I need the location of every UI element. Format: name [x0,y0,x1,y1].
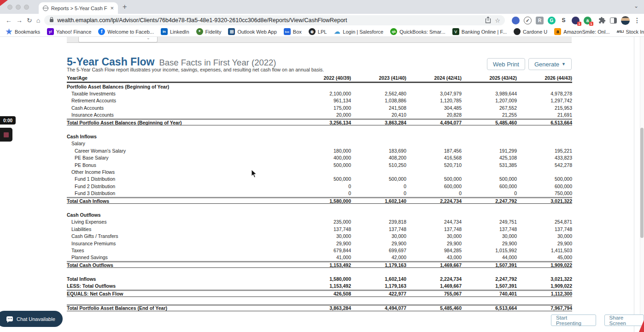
bookmark-item[interactable]: WSJStock Indexes: Cl... [617,28,644,35]
record-stop-button[interactable] [0,128,12,142]
multicolor-extension-icon[interactable]: 1 [572,17,580,24]
bookmarks-star-icon: ★ [6,28,12,35]
window-controls[interactable] [7,5,29,10]
grammarly-extension-icon[interactable]: G [548,17,556,24]
refresh-icon[interactable]: ↻ [27,17,32,24]
window-close-button[interactable] [7,5,12,10]
bookmark-item[interactable]: aAmazonSmile: Onl... [554,28,609,35]
scrollbar-thumb[interactable] [640,128,644,238]
row-value: 1,507,391 [462,262,517,268]
row-value: 0 [296,190,351,196]
row-value: 30,000 [351,233,406,239]
row-value: 4,494,077 [406,120,462,125]
bookmark-item[interactable]: VBanking Online | F... [452,28,507,35]
row-value: 244,734 [406,219,462,225]
roboform-extension-icon[interactable]: R [536,17,544,24]
row-value: 433,823 [517,155,572,160]
row-value: 500,000 [296,176,351,182]
table-column-header: 2026 (44/43) [517,75,572,81]
row-label: Portfolio Asset Balances (Beginning of Y… [67,84,296,89]
chat-bubble-icon [6,316,13,321]
row-value: 961,134 [296,98,351,103]
browser-menu-icon[interactable]: ⋮ [634,17,640,24]
forward-icon[interactable]: → [16,17,23,24]
url-text[interactable]: wealth.emaplan.com/lpl/Advisor/Clients/7… [57,17,481,24]
stop-icon [4,132,9,137]
row-value: 3,256,134 [296,120,351,125]
row-value: 5,485,460 [406,305,462,311]
table-row: Salary [67,140,572,147]
web-print-button[interactable]: Web Print [487,58,525,70]
row-value: 235,000 [296,219,351,225]
window-minimize-button[interactable] [16,5,21,10]
cardone-u-icon [514,28,521,35]
bookmark-item[interactable]: ★Bookmarks [6,28,40,35]
browser-tab-strip: Reports > 5-Year Cash Flow × + ⌄ [0,0,644,14]
bookmark-item[interactable]: inLinkedIn [161,28,189,35]
bookmark-label: LPL [318,29,327,35]
bookmark-item[interactable]: ⊕LPL [309,28,327,35]
bookmark-label: Yahoo! Finance [56,29,91,35]
bookmark-item[interactable]: boxBox [284,28,302,35]
cutoff-dropdown [78,37,158,42]
toolbar-extensions: ✓RGS1a1 [512,17,591,24]
row-label: Other Income Flows [67,169,296,175]
grammarly-extension-icon-glyph: G [548,17,556,24]
lpl-globe-icon: ⊕ [309,28,316,35]
tab-search-chevron-icon[interactable]: ⌄ [634,3,638,9]
window-maximize-button[interactable] [24,5,29,10]
clock-check-extension-icon-glyph: ✓ [524,17,532,24]
cutoff-dropdown-caret-icon: ⌄ [146,36,150,40]
bookmark-item[interactable]: Cardone U [514,28,547,35]
profile-avatar[interactable] [621,16,630,25]
lock-icon [50,19,53,22]
row-value: 29,900 [462,241,517,246]
generate-button[interactable]: Generate▼ [528,58,572,70]
bookmark-item[interactable]: *Fidelity [196,28,222,35]
cashflow-table: Year/Age2022 (40/39)2023 (41/40)2024 (42… [67,75,572,311]
row-value: 241,508 [351,105,406,111]
green-a-extension-icon[interactable]: a1 [584,17,591,24]
bookmark-star-icon[interactable]: ☆ [495,18,500,24]
puzzle-extensions-icon[interactable] [598,17,606,24]
row-value: 3,863,284 [351,120,406,125]
new-tab-button[interactable]: + [123,3,127,11]
row-value: 187,456 [406,148,462,154]
table-column-header: 2022 (40/39) [296,75,351,81]
table-row: PE Base Salary400,000408,200416,568425,1… [67,154,572,161]
bookmark-item[interactable]: ☁Login | Salesforce [334,28,383,35]
side-panel-icon[interactable] [610,18,617,24]
browser-tab[interactable]: Reports > 5-Year Cash Flow × [39,2,118,14]
row-value: 6,513,664 [517,120,572,125]
table-row: Cash Inflows [67,133,572,140]
table-row: Taxes679,844699,697984,2851,015,9921,411… [67,247,572,254]
clock-check-extension-icon[interactable]: ✓ [524,17,532,24]
row-value: 1,179,163 [351,262,406,268]
bookmark-item[interactable]: y!Yahoo! Finance [47,28,91,35]
share-icon[interactable] [485,17,491,24]
row-value: 3,021,322 [517,276,572,282]
row-value: 5,485,460 [462,120,517,125]
row-label: Living Expenses [67,219,296,225]
row-value: 1,580,000 [296,276,351,282]
row-label: PE Base Salary [67,155,296,160]
row-label: Salary [67,141,296,146]
bookmark-item[interactable]: ⊞Outlook Web App [228,28,276,35]
address-bar[interactable]: wealth.emaplan.com/lpl/Advisor/Clients/7… [44,15,505,25]
sphere-extension-icon[interactable] [512,17,520,24]
tab-close-icon[interactable]: × [110,5,114,11]
row-value: 600,000 [517,184,572,189]
start-presenting-button[interactable]: Start Presenting [551,314,596,326]
home-icon[interactable]: ⌂ [36,17,40,24]
row-value: 1,909,022 [517,283,572,289]
back-icon[interactable]: ← [6,17,12,24]
row-value: 500,000 [296,162,351,168]
row-value: 408,200 [351,155,406,160]
bookmark-item[interactable]: fWelcome to Faceb... [98,28,154,35]
share-screen-button[interactable]: Share Screen [604,314,644,326]
row-value: 2,247,792 [462,198,517,204]
fidelity-icon: * [196,28,203,35]
bookmark-item[interactable]: qbQuickBooks: Smar... [390,28,445,35]
s-extension-icon[interactable]: S [560,17,568,24]
chat-unavailable-pill[interactable]: Chat Unavailable [0,311,63,327]
